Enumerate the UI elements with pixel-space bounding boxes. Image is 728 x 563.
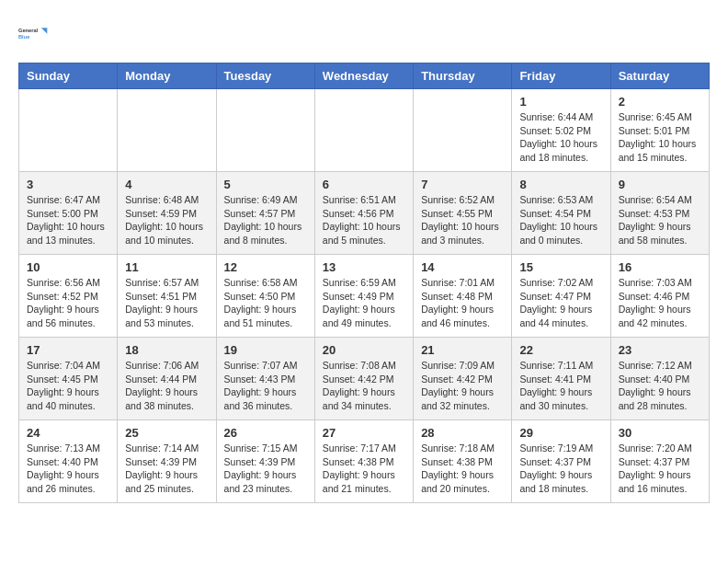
calendar-cell: 7Sunrise: 6:52 AM Sunset: 4:55 PM Daylig… xyxy=(414,172,512,255)
day-info: Sunrise: 7:09 AM Sunset: 4:42 PM Dayligh… xyxy=(421,359,504,413)
calendar-cell: 11Sunrise: 6:57 AM Sunset: 4:51 PM Dayli… xyxy=(118,255,216,338)
day-info: Sunrise: 7:15 AM Sunset: 4:39 PM Dayligh… xyxy=(224,442,307,496)
day-number: 1 xyxy=(519,95,602,109)
calendar-cell: 12Sunrise: 6:58 AM Sunset: 4:50 PM Dayli… xyxy=(216,255,314,338)
calendar-week-2: 3Sunrise: 6:47 AM Sunset: 5:00 PM Daylig… xyxy=(19,172,710,255)
day-number: 21 xyxy=(421,343,504,357)
day-info: Sunrise: 7:03 AM Sunset: 4:46 PM Dayligh… xyxy=(619,276,701,330)
day-info: Sunrise: 7:20 AM Sunset: 4:37 PM Dayligh… xyxy=(619,442,701,496)
day-number: 15 xyxy=(519,260,602,274)
day-info: Sunrise: 7:08 AM Sunset: 4:42 PM Dayligh… xyxy=(323,359,405,413)
calendar-week-3: 10Sunrise: 6:56 AM Sunset: 4:52 PM Dayli… xyxy=(19,255,710,338)
calendar-cell xyxy=(216,89,314,172)
day-number: 13 xyxy=(323,260,405,274)
calendar-cell: 27Sunrise: 7:17 AM Sunset: 4:38 PM Dayli… xyxy=(314,420,413,503)
day-info: Sunrise: 7:14 AM Sunset: 4:39 PM Dayligh… xyxy=(125,442,208,496)
calendar-cell: 16Sunrise: 7:03 AM Sunset: 4:46 PM Dayli… xyxy=(610,255,709,338)
day-info: Sunrise: 7:13 AM Sunset: 4:40 PM Dayligh… xyxy=(27,442,109,496)
calendar-cell: 19Sunrise: 7:07 AM Sunset: 4:43 PM Dayli… xyxy=(216,338,314,420)
calendar-cell: 6Sunrise: 6:51 AM Sunset: 4:56 PM Daylig… xyxy=(314,172,413,255)
day-number: 29 xyxy=(519,426,602,440)
day-info: Sunrise: 7:12 AM Sunset: 4:40 PM Dayligh… xyxy=(619,359,701,413)
day-number: 19 xyxy=(224,343,307,357)
calendar-cell xyxy=(314,89,413,172)
calendar-week-1: 1Sunrise: 6:44 AM Sunset: 5:02 PM Daylig… xyxy=(19,89,710,172)
calendar-cell: 5Sunrise: 6:49 AM Sunset: 4:57 PM Daylig… xyxy=(216,172,314,255)
calendar-cell: 13Sunrise: 6:59 AM Sunset: 4:49 PM Dayli… xyxy=(314,255,413,338)
day-info: Sunrise: 7:11 AM Sunset: 4:41 PM Dayligh… xyxy=(519,359,602,413)
calendar-cell: 17Sunrise: 7:04 AM Sunset: 4:45 PM Dayli… xyxy=(19,338,118,420)
weekday-header-saturday: Saturday xyxy=(610,63,709,89)
day-info: Sunrise: 6:48 AM Sunset: 4:59 PM Dayligh… xyxy=(125,193,208,247)
calendar-cell xyxy=(414,89,512,172)
calendar-body: 1Sunrise: 6:44 AM Sunset: 5:02 PM Daylig… xyxy=(19,89,710,503)
calendar-header: SundayMondayTuesdayWednesdayThursdayFrid… xyxy=(19,63,710,89)
calendar-cell: 29Sunrise: 7:19 AM Sunset: 4:37 PM Dayli… xyxy=(512,420,610,503)
calendar-cell: 10Sunrise: 6:56 AM Sunset: 4:52 PM Dayli… xyxy=(19,255,118,338)
day-number: 3 xyxy=(27,178,109,191)
svg-text:General: General xyxy=(18,28,39,33)
calendar-cell: 2Sunrise: 6:45 AM Sunset: 5:01 PM Daylig… xyxy=(610,89,709,172)
day-info: Sunrise: 6:57 AM Sunset: 4:51 PM Dayligh… xyxy=(125,276,208,330)
weekday-header-row: SundayMondayTuesdayWednesdayThursdayFrid… xyxy=(19,63,710,89)
calendar-cell: 21Sunrise: 7:09 AM Sunset: 4:42 PM Dayli… xyxy=(414,338,512,420)
day-number: 17 xyxy=(27,343,109,357)
calendar-cell: 23Sunrise: 7:12 AM Sunset: 4:40 PM Dayli… xyxy=(610,338,709,420)
calendar-cell xyxy=(118,89,216,172)
svg-marker-2 xyxy=(41,28,47,33)
weekday-header-friday: Friday xyxy=(512,63,610,89)
day-number: 27 xyxy=(323,426,405,440)
weekday-header-thursday: Thursday xyxy=(414,63,512,89)
day-number: 25 xyxy=(125,426,208,440)
calendar-cell: 28Sunrise: 7:18 AM Sunset: 4:38 PM Dayli… xyxy=(414,420,512,503)
day-info: Sunrise: 6:45 AM Sunset: 5:01 PM Dayligh… xyxy=(619,110,701,165)
day-info: Sunrise: 7:06 AM Sunset: 4:44 PM Dayligh… xyxy=(125,359,208,413)
day-number: 14 xyxy=(421,260,504,274)
logo-icon: GeneralBlue xyxy=(18,18,48,48)
weekday-header-wednesday: Wednesday xyxy=(314,63,413,89)
day-number: 6 xyxy=(323,178,405,191)
logo: GeneralBlue xyxy=(18,18,48,48)
day-info: Sunrise: 6:56 AM Sunset: 4:52 PM Dayligh… xyxy=(27,276,109,330)
day-info: Sunrise: 7:01 AM Sunset: 4:48 PM Dayligh… xyxy=(421,276,504,330)
day-info: Sunrise: 7:02 AM Sunset: 4:47 PM Dayligh… xyxy=(519,276,602,330)
calendar-cell: 26Sunrise: 7:15 AM Sunset: 4:39 PM Dayli… xyxy=(216,420,314,503)
calendar-cell: 1Sunrise: 6:44 AM Sunset: 5:02 PM Daylig… xyxy=(512,89,610,172)
calendar-week-4: 17Sunrise: 7:04 AM Sunset: 4:45 PM Dayli… xyxy=(19,338,710,420)
weekday-header-sunday: Sunday xyxy=(19,63,118,89)
calendar-cell: 9Sunrise: 6:54 AM Sunset: 4:53 PM Daylig… xyxy=(610,172,709,255)
day-number: 23 xyxy=(619,343,701,357)
calendar-cell: 30Sunrise: 7:20 AM Sunset: 4:37 PM Dayli… xyxy=(610,420,709,503)
calendar-cell: 4Sunrise: 6:48 AM Sunset: 4:59 PM Daylig… xyxy=(118,172,216,255)
day-info: Sunrise: 6:49 AM Sunset: 4:57 PM Dayligh… xyxy=(224,193,307,247)
day-info: Sunrise: 6:58 AM Sunset: 4:50 PM Dayligh… xyxy=(224,276,307,330)
day-number: 30 xyxy=(619,426,701,440)
day-info: Sunrise: 6:44 AM Sunset: 5:02 PM Dayligh… xyxy=(519,110,602,165)
day-number: 7 xyxy=(421,178,504,191)
header: GeneralBlue xyxy=(18,18,710,48)
day-info: Sunrise: 6:51 AM Sunset: 4:56 PM Dayligh… xyxy=(323,193,405,247)
calendar-cell xyxy=(19,89,118,172)
day-info: Sunrise: 6:54 AM Sunset: 4:53 PM Dayligh… xyxy=(619,193,701,247)
svg-text:Blue: Blue xyxy=(18,34,29,40)
day-number: 4 xyxy=(125,178,208,191)
day-number: 5 xyxy=(224,178,307,191)
day-number: 9 xyxy=(619,178,701,191)
calendar-table: SundayMondayTuesdayWednesdayThursdayFrid… xyxy=(18,63,710,503)
day-info: Sunrise: 6:59 AM Sunset: 4:49 PM Dayligh… xyxy=(323,276,405,330)
day-number: 24 xyxy=(27,426,109,440)
day-info: Sunrise: 6:53 AM Sunset: 4:54 PM Dayligh… xyxy=(519,193,602,247)
day-number: 8 xyxy=(519,178,602,191)
calendar-cell: 18Sunrise: 7:06 AM Sunset: 4:44 PM Dayli… xyxy=(118,338,216,420)
day-number: 12 xyxy=(224,260,307,274)
calendar-cell: 20Sunrise: 7:08 AM Sunset: 4:42 PM Dayli… xyxy=(314,338,413,420)
day-info: Sunrise: 7:07 AM Sunset: 4:43 PM Dayligh… xyxy=(224,359,307,413)
day-number: 2 xyxy=(619,95,701,109)
weekday-header-tuesday: Tuesday xyxy=(216,63,314,89)
day-number: 18 xyxy=(125,343,208,357)
calendar-cell: 22Sunrise: 7:11 AM Sunset: 4:41 PM Dayli… xyxy=(512,338,610,420)
day-number: 16 xyxy=(619,260,701,274)
day-info: Sunrise: 6:52 AM Sunset: 4:55 PM Dayligh… xyxy=(421,193,504,247)
calendar-cell: 8Sunrise: 6:53 AM Sunset: 4:54 PM Daylig… xyxy=(512,172,610,255)
day-number: 20 xyxy=(323,343,405,357)
